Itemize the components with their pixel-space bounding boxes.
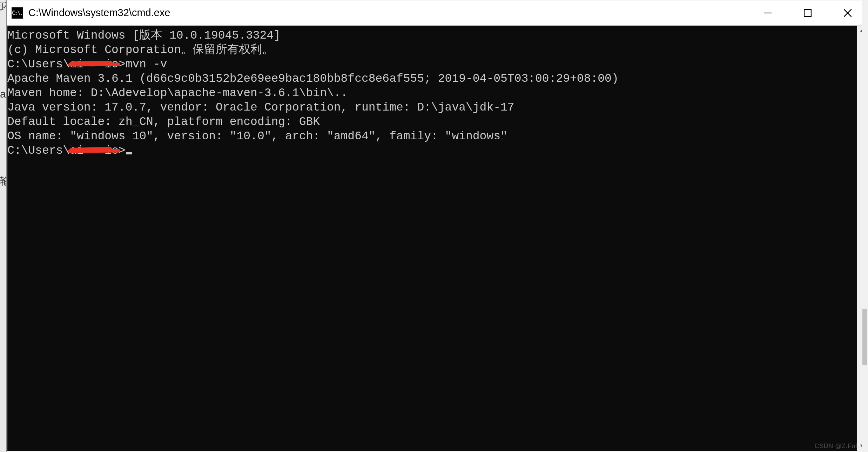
watermark: CSDN @Z.Fufu [815,443,861,450]
output-line: (c) Microsoft Corporation。保留所有权利。 [7,43,857,57]
output-line: Java version: 17.0.7, vendor: Oracle Cor… [7,100,857,115]
maximize-button[interactable] [788,0,828,25]
prompt-line: C:\Users\ai ic>mvn -v [7,57,857,72]
window-title: C:\Windows\system32\cmd.exe [28,7,748,19]
redacted-username: ai ic [70,144,119,158]
terminal-output[interactable]: Microsoft Windows [版本 10.0.19045.3324](c… [7,26,857,451]
cmd-icon: C:\. [12,7,23,19]
prompt-line: C:\Users\ai ic> [7,144,857,158]
output-line: Microsoft Windows [版本 10.0.19045.3324] [7,28,857,43]
output-line: Maven home: D:\Adevelop\apache-maven-3.6… [7,86,857,100]
minimize-button[interactable] [748,0,788,25]
window-controls [748,0,868,25]
titlebar[interactable]: C:\. C:\Windows\system32\cmd.exe [7,0,868,26]
output-line: Apache Maven 3.6.1 (d66c9c0b3152b2e69ee9… [7,72,857,86]
output-line: OS name: "windows 10", version: "10.0", … [7,129,857,144]
redacted-username: ai ic [70,57,119,72]
page-scrollbar[interactable] [862,0,868,452]
terminal-area: Microsoft Windows [版本 10.0.19045.3324](c… [7,26,867,451]
page-scroll-thumb[interactable] [862,309,867,365]
output-line: Default locale: zh_CN, platform encoding… [7,115,857,129]
terminal-cursor [126,152,132,154]
svg-rect-1 [804,9,811,16]
cmd-window: C:\. C:\Windows\system32\cmd.exe Microso… [6,0,868,452]
